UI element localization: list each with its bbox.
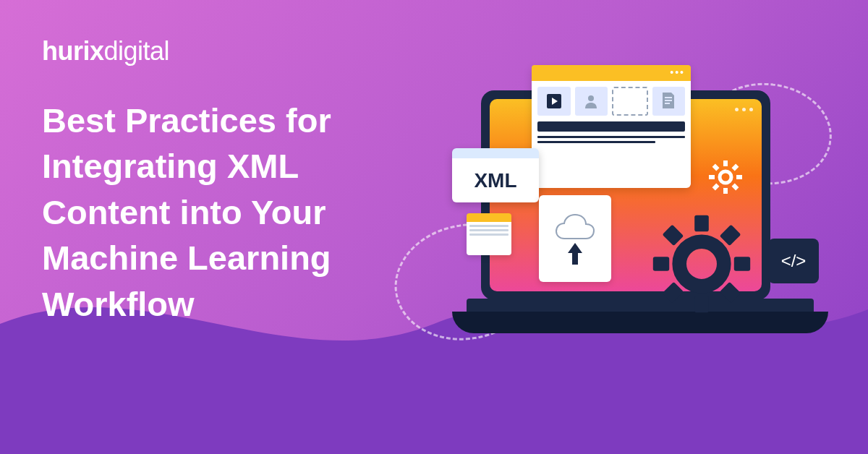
svg-rect-4 [665, 103, 670, 104]
xml-card: XML [452, 148, 539, 202]
page-title: Best Practices for Integrating XML Conte… [42, 98, 418, 327]
panel-bar [537, 121, 685, 132]
gear-small-icon [707, 159, 744, 198]
svg-rect-11 [712, 183, 720, 190]
svg-rect-19 [720, 225, 741, 247]
svg-rect-7 [723, 188, 728, 194]
svg-rect-8 [709, 175, 715, 179]
svg-rect-6 [723, 160, 728, 166]
content-panel [532, 65, 691, 188]
cloud-upload-card [539, 195, 611, 282]
laptop-keyboard [467, 299, 814, 320]
svg-rect-16 [694, 296, 709, 312]
panel-lines [537, 136, 685, 143]
placeholder-box [612, 87, 648, 116]
code-card: </> [768, 239, 819, 283]
svg-rect-20 [663, 282, 684, 304]
code-label: </> [781, 251, 807, 271]
svg-rect-17 [653, 257, 669, 271]
cloud-upload-icon [553, 211, 597, 240]
svg-point-14 [679, 241, 724, 286]
gear-large-icon [651, 213, 752, 317]
svg-rect-18 [734, 257, 750, 271]
document-icon [652, 87, 686, 116]
svg-rect-9 [736, 175, 742, 179]
user-icon [575, 87, 608, 116]
illustration: XML </> [383, 58, 846, 434]
svg-rect-2 [665, 97, 672, 98]
svg-rect-21 [663, 225, 684, 247]
svg-rect-13 [731, 183, 739, 190]
logo-brand: hurix [42, 36, 104, 66]
window-controls [735, 108, 753, 111]
svg-rect-10 [731, 164, 739, 171]
svg-rect-15 [694, 215, 709, 231]
svg-rect-12 [712, 164, 720, 171]
logo-suffix: digital [104, 36, 170, 66]
svg-rect-22 [720, 282, 741, 304]
svg-rect-3 [665, 100, 672, 101]
svg-point-5 [720, 171, 731, 183]
panel-header [532, 65, 691, 81]
arrow-up-icon [566, 243, 584, 266]
brand-logo: hurixdigital [42, 36, 169, 67]
mini-card [467, 213, 511, 255]
play-icon [537, 87, 571, 116]
svg-point-1 [588, 95, 594, 101]
xml-label: XML [474, 169, 516, 192]
